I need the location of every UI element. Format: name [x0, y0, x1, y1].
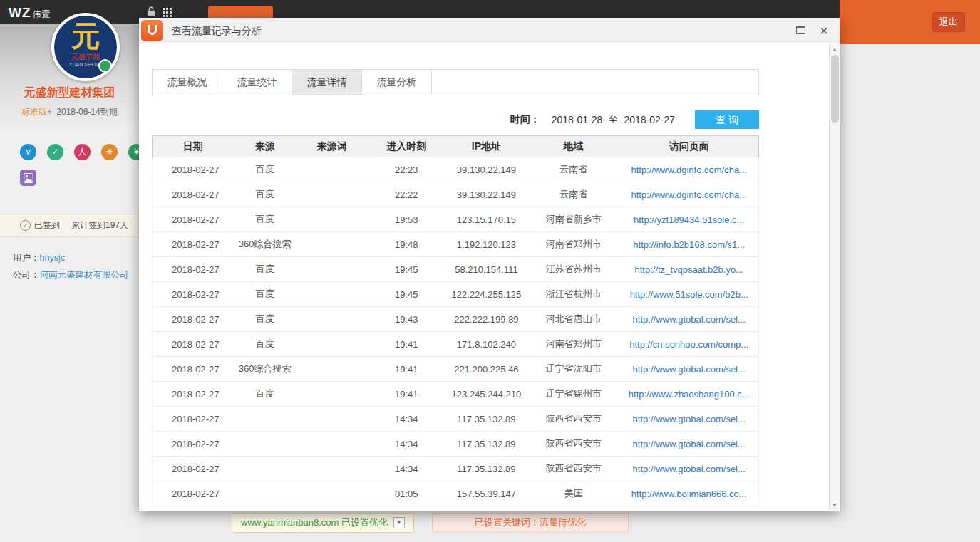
- site-select-label: www.yanmianban8.com 已设置优化: [241, 516, 388, 529]
- logout-button[interactable]: 退出: [932, 12, 965, 32]
- table-cell: 39.130.22.149: [445, 189, 527, 200]
- start-date-field[interactable]: 2018-01-28: [552, 114, 603, 125]
- visited-page-link[interactable]: http://tz_tvqpsaat.b2b.yo...: [634, 264, 743, 275]
- visited-page-link[interactable]: http://www.zhaoshang100.c...: [629, 389, 750, 400]
- table-cell: 171.8.102.240: [445, 339, 527, 350]
- table-cell: 百度: [234, 263, 296, 276]
- table-cell: 2018-02-27: [153, 414, 234, 424]
- column-header: 访问页面: [619, 140, 758, 153]
- column-header: 来源: [234, 140, 296, 153]
- tab-traffic-analysis[interactable]: 流量分析: [362, 70, 432, 95]
- scrollbar-thumb[interactable]: [831, 55, 839, 123]
- table-cell: 58.210.154.111: [445, 264, 527, 275]
- shield-badge[interactable]: ✓: [47, 144, 63, 160]
- visited-page-link[interactable]: http://yzt189434.51sole.c...: [634, 214, 744, 225]
- cell-visit-page: http://cn.sonhoo.com/comp...: [619, 339, 758, 350]
- table-cell: 19:41: [367, 339, 445, 350]
- visited-page-link[interactable]: http://www.dginfo.com/cha...: [631, 165, 747, 175]
- expiry-label: 2018-06-14到期: [56, 107, 117, 117]
- company-title: 元盛新型建材集团: [0, 85, 139, 100]
- table-cell: 2018-02-27: [153, 464, 234, 474]
- site-select-dropdown[interactable]: www.yanmianban8.com 已设置优化 ▼: [232, 513, 414, 533]
- table-row: 2018-02-27360综合搜索19:41221.200.225.46辽宁省沈…: [152, 357, 759, 382]
- cell-visit-page: http://www.gtobal.com/sel...: [619, 439, 758, 449]
- scroll-up-icon[interactable]: ▲: [830, 46, 840, 53]
- table-cell: 百度: [234, 288, 296, 301]
- table-cell: 19:43: [367, 314, 445, 325]
- table-cell: 117.35.132.89: [445, 414, 527, 424]
- company-label: 公司：: [13, 270, 40, 280]
- visited-page-link[interactable]: http://www.gtobal.com/sel...: [633, 464, 746, 474]
- version-row: 标准版+2018-06-14到期: [0, 106, 139, 118]
- table-cell: 河北省唐山市: [527, 313, 620, 325]
- close-icon[interactable]: ×: [820, 22, 828, 39]
- active-nav-tab[interactable]: [208, 6, 273, 18]
- version-link[interactable]: 标准版+: [21, 107, 52, 117]
- column-header: IP地址: [445, 140, 527, 153]
- table-cell: 云南省: [527, 163, 620, 176]
- company-row: 公司：河南元盛建材有限公司: [13, 269, 129, 281]
- company-logo-char: 元: [54, 19, 117, 53]
- visited-page-link[interactable]: http://www.dginfo.com/cha...: [631, 189, 747, 200]
- tab-traffic-overview[interactable]: 流量概况: [153, 70, 222, 95]
- modal-header: 查看流量记录与分析 ×: [139, 18, 840, 43]
- chevron-down-icon[interactable]: ▼: [393, 517, 405, 528]
- table-cell: 百度: [234, 338, 296, 350]
- visited-page-link[interactable]: http://www.bolimian666.co...: [631, 489, 747, 499]
- member-badge[interactable]: 人: [74, 144, 91, 160]
- signin-bar[interactable]: ✓ 已签到 累计签到197天: [0, 214, 139, 237]
- query-button[interactable]: 查 询: [695, 110, 759, 129]
- table-cell: 辽宁省沈阳市: [527, 363, 620, 375]
- check-circle-icon: ✓: [20, 220, 31, 231]
- visited-page-link[interactable]: http://cn.sonhoo.com/comp...: [629, 339, 748, 350]
- table-cell: 江苏省苏州市: [527, 263, 620, 276]
- visited-page-link[interactable]: http://www.gtobal.com/sel...: [633, 414, 746, 424]
- table-row: 2018-02-27百度19:43222.222.199.89河北省唐山市htt…: [152, 307, 759, 332]
- maximize-icon[interactable]: [796, 26, 805, 34]
- album-icon[interactable]: [20, 170, 36, 186]
- scroll-down-icon[interactable]: ▼: [830, 502, 840, 509]
- table-row: 2018-02-27百度19:41123.245.244.210辽宁省锦州市ht…: [152, 382, 759, 407]
- company-link[interactable]: 河南元盛建材有限公司: [40, 270, 129, 280]
- cell-visit-page: http://www.gtobal.com/sel...: [619, 364, 758, 375]
- table-cell: 19:48: [367, 239, 445, 250]
- table-cell: 360综合搜索: [234, 363, 296, 375]
- visited-page-link[interactable]: http://www.51sole.com/b2b...: [630, 289, 748, 300]
- credit-badge[interactable]: ✳: [101, 144, 118, 160]
- verified-badge[interactable]: v: [20, 144, 36, 160]
- user-link[interactable]: hnysjc: [40, 253, 65, 263]
- table-cell: 百度: [234, 188, 296, 201]
- keyword-hint-box: 已设置关键词！流量待优化: [432, 513, 629, 533]
- signed-label: 已签到: [34, 219, 60, 231]
- table-cell: 2018-02-27: [153, 214, 234, 225]
- tab-traffic-detail[interactable]: 流量详情: [292, 70, 362, 95]
- visited-page-link[interactable]: http://www.gtobal.com/sel...: [633, 314, 746, 325]
- table-row: 2018-02-2714:34117.35.132.89陕西省西安市http:/…: [152, 432, 759, 457]
- table-cell: 陕西省西安市: [527, 437, 620, 450]
- visited-page-link[interactable]: http://www.gtobal.com/sel...: [633, 364, 746, 375]
- table-cell: 117.35.132.89: [445, 439, 527, 449]
- table-row: 2018-02-2714:34117.35.132.89陕西省西安市http:/…: [152, 457, 759, 481]
- cell-visit-page: http://yzt189434.51sole.c...: [619, 214, 758, 225]
- visited-page-link[interactable]: http://info.b2b168.com/s1...: [633, 239, 745, 250]
- table-cell: 22:22: [367, 189, 445, 200]
- app-logo-sub: 伟置: [33, 9, 51, 19]
- table-row: 2018-02-27百度22:2239.130.22.149云南省http://…: [152, 182, 759, 207]
- tab-traffic-stats[interactable]: 流量统计: [222, 70, 292, 95]
- table-cell: 浙江省杭州市: [527, 288, 620, 301]
- table-body: 2018-02-27百度22:2339.130.22.149云南省http://…: [152, 157, 759, 506]
- visited-page-link[interactable]: http://www.gtobal.com/sel...: [633, 439, 746, 449]
- table-row: 2018-02-2701:05157.55.39.147美国http://www…: [152, 481, 759, 506]
- table-cell: 河南省郑州市: [527, 238, 620, 251]
- column-header: 地域: [527, 140, 620, 153]
- table-cell: 2018-02-27: [153, 339, 234, 350]
- cell-visit-page: http://www.zhaoshang100.c...: [619, 389, 758, 400]
- cell-visit-page: http://www.gtobal.com/sel...: [619, 414, 758, 424]
- cell-visit-page: http://www.gtobal.com/sel...: [619, 314, 758, 325]
- end-date-field[interactable]: 2018-02-27: [624, 114, 675, 125]
- horseshoe-u-icon: [148, 25, 157, 35]
- table-cell: 01:05: [367, 489, 445, 499]
- table-cell: 陕西省西安市: [527, 412, 620, 425]
- modal-app-icon: [141, 20, 163, 41]
- modal-scrollbar[interactable]: ▲ ▼: [829, 43, 840, 511]
